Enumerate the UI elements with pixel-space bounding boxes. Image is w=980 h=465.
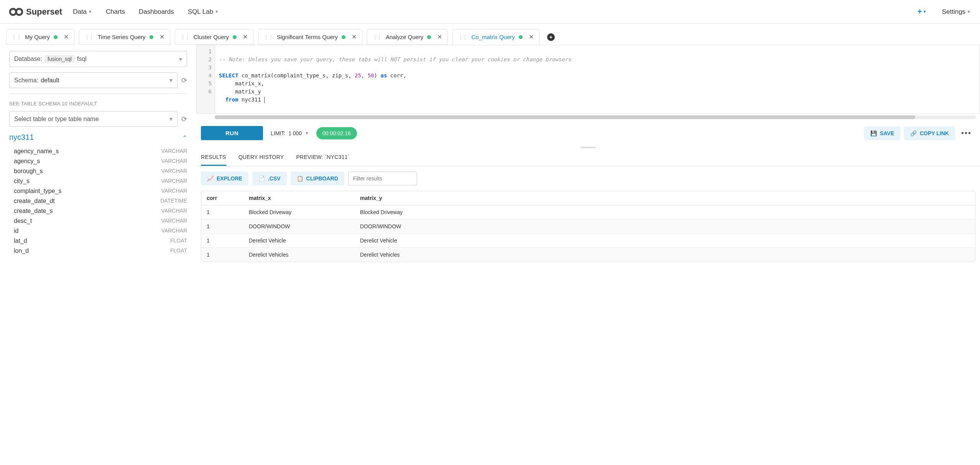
new-button[interactable]: +▼ [918,7,927,16]
table-row[interactable]: 1DOOR/WINDOWDOOR/WINDOW [201,219,975,234]
column-type: VARCHAR [161,228,187,234]
refresh-icon[interactable]: ⟳ [181,76,187,85]
schema-value: default [41,77,59,84]
drag-handle-icon[interactable]: ⋮⋮ [85,34,94,40]
drag-handle-icon[interactable]: ⋮⋮ [12,34,21,40]
column-row[interactable]: idVARCHAR [9,226,187,236]
column-row[interactable]: agency_name_sVARCHAR [9,146,187,156]
close-icon[interactable]: ✕ [243,33,248,41]
drag-handle-icon[interactable]: ⋮⋮ [373,34,382,40]
logo-icon [9,7,23,16]
brand-logo[interactable]: Superset [9,7,62,17]
column-header[interactable]: corr [201,191,243,205]
column-name: agency_s [14,158,40,165]
results-table: corrmatrix_xmatrix_y 1Blocked DrivewayBl… [201,191,975,262]
status-dot-icon [150,35,153,39]
status-dot-icon [54,35,58,39]
column-row[interactable]: desc_tVARCHAR [9,216,187,226]
table-row[interactable]: 1Blocked DrivewayBlocked Driveway [201,205,975,219]
status-dot-icon [233,35,237,39]
tab-results[interactable]: RESULTS [201,149,226,166]
clipboard-button[interactable]: 📋CLIPBOARD [291,172,344,185]
table-placeholder: Select table or type table name [14,116,99,123]
column-header[interactable]: matrix_y [355,191,975,205]
column-row[interactable]: create_date_dtDATETIME [9,196,187,206]
copy-link-button[interactable]: 🔗COPY LINK [904,126,955,140]
close-icon[interactable]: ✕ [352,33,357,41]
add-tab-button[interactable]: + [544,29,558,45]
close-icon[interactable]: ✕ [437,33,442,41]
sql-editor[interactable]: 123456 -- Note: Unless you save your que… [196,45,980,114]
nav-charts[interactable]: Charts [106,8,125,16]
column-row[interactable]: city_sVARCHAR [9,176,187,186]
query-tab[interactable]: ⋮⋮Time Series Query✕ [79,29,170,45]
drag-handle-icon[interactable]: ⋮⋮ [458,34,467,40]
table-row[interactable]: 1Derelict VehicleDerelict Vehicle [201,234,975,248]
column-row[interactable]: lon_dFLOAT [9,246,187,256]
query-tab[interactable]: ⋮⋮Cluster Query✕ [175,29,254,45]
csv-button[interactable]: 📄.CSV [252,172,287,185]
schema-label: Schema: [14,77,38,84]
nav-sqllab[interactable]: SQL Lab▼ [188,8,219,16]
chevron-down-icon: ▾ [169,77,173,84]
chevron-down-icon: ▾ [179,56,182,63]
column-row[interactable]: agency_sVARCHAR [9,156,187,166]
column-name: create_date_dt [14,198,55,205]
column-name: lat_d [14,237,27,244]
result-tabs: RESULTS QUERY HISTORY PREVIEW: `NYC311` [196,149,980,166]
query-tab[interactable]: ⋮⋮Analyze Query✕ [367,29,448,45]
table-cell: Blocked Driveway [355,205,975,219]
column-name: complaint_type_s [14,188,62,195]
tab-query-history[interactable]: QUERY HISTORY [238,149,284,166]
query-tabs: ⋮⋮My Query✕ ⋮⋮Time Series Query✕ ⋮⋮Clust… [0,24,980,45]
schema-sidebar: Database: fusion_sql fsql ▾ Schema: defa… [0,45,196,267]
schema-section-label: SEE TABLE SCHEMA 10 INDEFAULT [9,101,187,106]
nav-settings[interactable]: Settings▼ [942,8,971,16]
database-select[interactable]: Database: fusion_sql fsql ▾ [9,51,187,67]
save-button[interactable]: 💾SAVE [864,126,900,140]
column-row[interactable]: complaint_type_sVARCHAR [9,186,187,196]
column-type: FLOAT [170,237,187,244]
nav-dashboards[interactable]: Dashboards [139,8,174,16]
editor-hscroll[interactable] [215,115,976,119]
column-list: agency_name_sVARCHARagency_sVARCHARborou… [9,146,187,256]
chevron-down-icon: ▾ [169,115,173,123]
table-cell: Derelict Vehicles [355,248,975,262]
table-expand-toggle[interactable]: nyc311 ⌃ [9,133,187,142]
status-dot-icon [342,35,345,39]
schema-select[interactable]: Schema: default ▾ [9,72,178,88]
app-header: Superset Data▼ Charts Dashboards SQL Lab… [0,0,980,24]
refresh-icon[interactable]: ⟳ [181,115,187,123]
column-name: lon_d [14,247,29,254]
database-value: fsql [77,56,87,62]
chevron-up-icon: ⌃ [183,134,187,141]
code-area[interactable]: -- Note: Unless you save your query, the… [215,45,980,113]
more-menu-icon[interactable]: ••• [959,129,974,138]
column-row[interactable]: lat_dFLOAT [9,236,187,246]
query-tab[interactable]: ⋮⋮My Query✕ [6,29,74,45]
run-button[interactable]: RUN [201,126,263,140]
close-icon[interactable]: ✕ [529,33,534,41]
query-tab[interactable]: ⋮⋮Significant Terms Query✕ [258,29,362,45]
column-row[interactable]: borough_sVARCHAR [9,166,187,176]
query-tab-active[interactable]: ⋮⋮Co_matrix Query✕ [452,29,539,45]
column-row[interactable]: create_date_sVARCHAR [9,206,187,216]
close-icon[interactable]: ✕ [64,33,69,41]
nav-data[interactable]: Data▼ [73,8,92,16]
column-header[interactable]: matrix_x [243,191,355,205]
column-type: VARCHAR [161,168,187,175]
drag-handle-icon[interactable]: ⋮⋮ [264,34,273,40]
table-select[interactable]: Select table or type table name ▾ [9,111,178,127]
limit-select[interactable]: LIMIT: 1 000 ▼ [271,130,309,136]
pane-resize-handle[interactable] [196,146,980,149]
close-icon[interactable]: ✕ [159,33,164,41]
table-cell: Derelict Vehicles [243,248,355,262]
chart-icon: 📈 [207,175,214,182]
tab-preview[interactable]: PREVIEW: `NYC311` [296,149,349,166]
filter-results-input[interactable] [348,172,417,185]
divider [9,93,187,94]
table-cell: DOOR/WINDOW [243,219,355,234]
drag-handle-icon[interactable]: ⋮⋮ [181,34,190,40]
table-row[interactable]: 1Derelict VehiclesDerelict Vehicles [201,248,975,262]
explore-button[interactable]: 📈EXPLORE [201,172,248,185]
